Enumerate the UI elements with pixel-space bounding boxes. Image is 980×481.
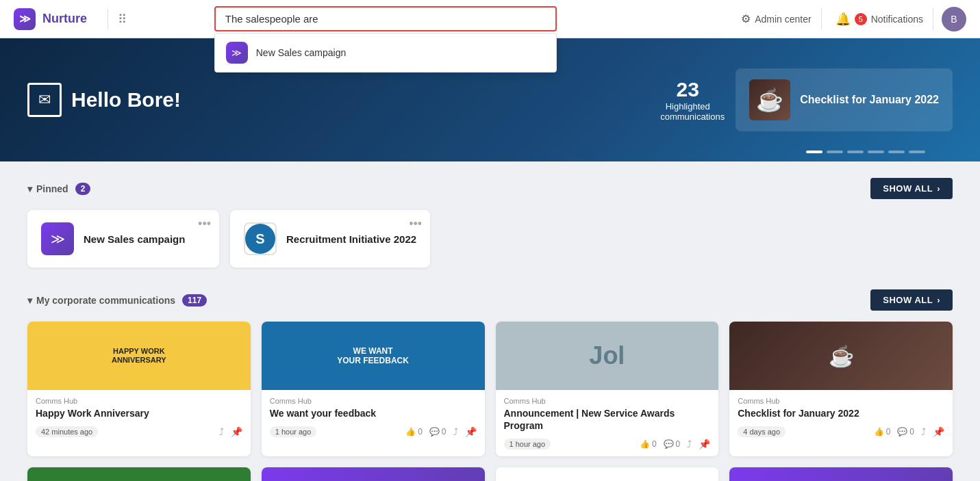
share-icon[interactable]: ⤴ — [219, 426, 224, 437]
grid-icon[interactable]: ⠿ — [118, 12, 127, 27]
comms-show-all-button[interactable]: SHOW ALL › — [870, 289, 953, 311]
hero-dot-6[interactable] — [909, 151, 925, 153]
comms-badge: 117 — [182, 294, 207, 307]
comm-card[interactable]: S Comms Hub Recruitment Initiative 2022 — [496, 467, 719, 481]
app-logo[interactable]: ≫ Nurture — [14, 8, 87, 30]
card-body: Comms Hub Happy Work Anniversary — [27, 390, 251, 422]
navbar-divider — [108, 9, 108, 29]
card-footer: 42 minutes ago ⤴ 📌 — [27, 422, 251, 444]
search-input[interactable] — [214, 6, 557, 31]
card-title: Announcement | New Service Awards Progra… — [504, 407, 711, 432]
highlighted-label: Highlighted communications — [660, 101, 715, 122]
comment-action[interactable]: 💬 0 — [664, 439, 681, 449]
search-wrapper: ≫ New Sales campaign — [214, 6, 557, 31]
hero-dot-1[interactable] — [806, 151, 822, 153]
notification-badge: 5 — [855, 13, 867, 25]
search-result-label: New Sales campaign — [256, 47, 347, 58]
navbar: ≫ Nurture ⠿ ≫ New Sales campaign ⚙ Admin… — [0, 0, 980, 38]
search-dropdown: ≫ New Sales campaign — [214, 33, 557, 73]
comment-icon: 💬 — [429, 427, 440, 437]
pin-icon[interactable]: 📌 — [933, 426, 944, 437]
card-thumbnail: ☕ — [729, 322, 953, 390]
pinned-section-header: ▾ Pinned 2 SHOW ALL › — [27, 178, 953, 199]
pinned-card-icon: ≫ — [41, 222, 74, 255]
featured-thumbnail: ☕ — [749, 79, 790, 120]
comm-hub-label: Comms Hub — [36, 397, 242, 405]
featured-card[interactable]: ☕ Checklist for January 2022 — [736, 68, 953, 131]
like-action[interactable]: 👍 0 — [640, 439, 657, 449]
card-body: Comms Hub Checklist for January 2022 — [729, 390, 953, 422]
card-time: 4 days ago — [738, 426, 786, 437]
pin-icon[interactable]: 📌 — [465, 426, 477, 437]
pinned-card[interactable]: ≫ New Sales campaign ••• — [27, 210, 219, 268]
comment-action[interactable]: 💬 0 — [429, 427, 447, 437]
admin-center-button[interactable]: ⚙ Admin center — [731, 8, 821, 29]
pin-icon[interactable]: 📌 — [231, 426, 242, 437]
more-options-icon[interactable]: ••• — [198, 217, 211, 231]
comm-card[interactable]: ☕ Comms Hub Checklist for January 2022 4… — [729, 322, 953, 456]
share-icon[interactable]: ⤴ — [687, 439, 692, 450]
pinned-card-icon-semos: S — [244, 222, 277, 255]
hero-right: 23 Highlighted communications ☕ Checklis… — [640, 68, 953, 131]
card-footer: 1 hour ago 👍 0 💬 0 ⤴ 📌 — [496, 434, 719, 456]
bell-icon: 🔔 — [835, 12, 851, 27]
comms-toggle[interactable]: ▾ My corporate communications — [27, 295, 175, 306]
comm-card[interactable]: WE WANTYOUR FEEDBACK Comms Hub We want y… — [262, 322, 485, 456]
comm-card[interactable]: HAPPY WORKANNIVERSARY Comms Hub Happy Wo… — [27, 322, 251, 456]
share-icon[interactable]: ⤴ — [453, 426, 458, 437]
card-title: Checklist for January 2022 — [738, 407, 944, 419]
highlighted-comms[interactable]: 23 Highlighted communications — [640, 78, 736, 122]
card-thumbnail: WE WANTYOUR FEEDBACK — [262, 322, 485, 390]
card-time: 1 hour ago — [504, 439, 551, 450]
hero-dot-3[interactable] — [847, 151, 864, 153]
pinned-card[interactable]: S Recruitment Initiative 2022 ••• — [230, 210, 430, 268]
semos-logo: S — [245, 224, 275, 254]
avatar[interactable]: B — [942, 7, 966, 31]
comment-icon: 💬 — [664, 439, 674, 449]
hero-dot-2[interactable] — [827, 151, 843, 153]
arrow-right-icon: › — [937, 183, 940, 194]
card-time: 1 hour ago — [270, 426, 317, 437]
card-time: 42 minutes ago — [36, 426, 98, 437]
card-body: Comms Hub Announcement | New Service Awa… — [496, 390, 719, 434]
comment-action[interactable]: 💬 0 — [897, 427, 914, 437]
arrow-right-icon: › — [937, 295, 940, 305]
comm-card[interactable]: ≫ Comms Hub New Sales campaign — [262, 467, 485, 481]
comm-card[interactable]: ≫ Comms Hub Recruitement Initiative 2022 — [729, 467, 953, 481]
mail-icon: ✉ — [27, 83, 62, 117]
notifications-button[interactable]: 🔔 5 Notifications — [826, 8, 933, 31]
hero-dots — [806, 151, 925, 153]
featured-title: Checklist for January 2022 — [800, 94, 939, 106]
more-options-icon[interactable]: ••• — [409, 217, 422, 231]
card-title: Happy Work Anniversary — [36, 407, 242, 419]
like-icon: 👍 — [405, 427, 416, 437]
hero-title: Hello Bore! — [71, 88, 181, 112]
pinned-card-title: Recruitment Initiative 2022 — [286, 233, 416, 245]
pinned-card-title: New Sales campaign — [84, 233, 185, 245]
comm-card[interactable]: Jol Comms Hub Announcement | New Service… — [496, 322, 719, 456]
share-icon[interactable]: ⤴ — [921, 426, 926, 437]
navbar-right: ⚙ Admin center 🔔 5 Notifications B — [731, 7, 966, 31]
card-thumbnail: WELCOME. — [27, 467, 251, 481]
card-thumbnail: ≫ — [729, 467, 953, 481]
hero-dot-5[interactable] — [888, 151, 905, 153]
card-footer: 1 hour ago 👍 0 💬 0 ⤴ 📌 — [262, 422, 485, 444]
like-action[interactable]: 👍 0 — [405, 427, 423, 437]
pin-icon[interactable]: 📌 — [699, 439, 710, 450]
search-result-item[interactable]: ≫ New Sales campaign — [215, 34, 556, 72]
highlighted-count: 23 — [677, 78, 699, 101]
like-action[interactable]: 👍 0 — [874, 427, 891, 437]
hero-greeting: ✉ Hello Bore! — [27, 83, 181, 117]
comms-section-header: ▾ My corporate communications 117 SHOW A… — [27, 289, 953, 311]
chevron-down-icon: ▾ — [27, 295, 32, 306]
like-icon: 👍 — [874, 427, 884, 437]
card-title: We want your feedback — [270, 407, 477, 419]
search-result-icon: ≫ — [226, 42, 248, 64]
logo-icon: ≫ — [14, 8, 36, 30]
pinned-toggle[interactable]: ▾ Pinned — [27, 183, 68, 194]
pinned-show-all-button[interactable]: SHOW ALL › — [870, 178, 953, 199]
comm-card[interactable]: WELCOME. Comms Hub Employee onboarding 2… — [27, 467, 251, 481]
card-footer: 4 days ago 👍 0 💬 0 ⤴ 📌 — [729, 422, 953, 444]
hero-dot-4[interactable] — [868, 151, 884, 153]
comm-hub-label: Comms Hub — [738, 397, 944, 405]
